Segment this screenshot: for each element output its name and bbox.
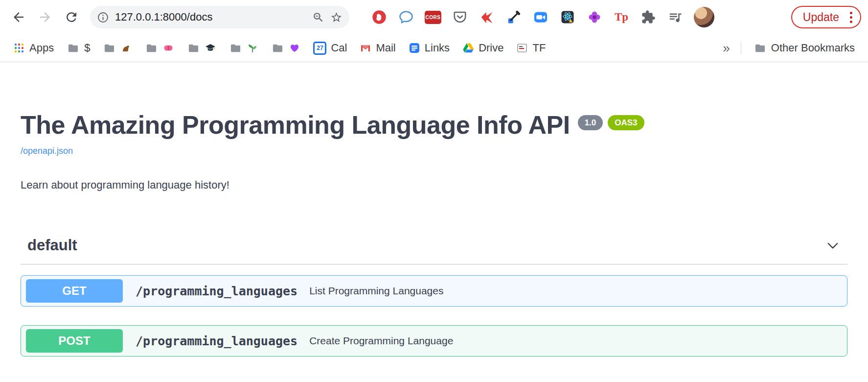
dollar-sign-label: $ bbox=[84, 42, 90, 54]
herb-emoji-icon bbox=[247, 42, 258, 54]
extensions-row: CORS Tp bbox=[371, 7, 714, 27]
bookmarks-overflow-chevron[interactable]: » bbox=[719, 41, 733, 56]
chevron-down-icon[interactable] bbox=[825, 238, 841, 253]
endpoint-post-programming-languages[interactable]: POST /programming_languages Create Progr… bbox=[21, 325, 847, 357]
bookmarks-bar: Apps $ 27 Cal Mail Links Drive bbox=[0, 34, 868, 62]
tag-header-default[interactable]: default bbox=[21, 237, 847, 264]
forward-button[interactable] bbox=[33, 5, 57, 29]
bookmark-label: TF bbox=[532, 42, 546, 54]
apps-grid-icon bbox=[13, 42, 25, 54]
bookmark-calendar[interactable]: 27 Cal bbox=[308, 39, 352, 57]
oas3-badge: OAS3 bbox=[608, 115, 644, 130]
tp-extension-icon[interactable]: Tp bbox=[613, 9, 630, 25]
method-badge: POST bbox=[26, 329, 123, 353]
cors-extension-icon[interactable]: CORS bbox=[425, 11, 441, 24]
bookmark-drive[interactable]: Drive bbox=[457, 39, 509, 57]
bookmarks-divider bbox=[741, 41, 741, 55]
other-bookmarks[interactable]: Other Bookmarks bbox=[748, 39, 860, 57]
other-bookmarks-label: Other Bookmarks bbox=[771, 42, 855, 54]
zoom-video-extension-icon[interactable] bbox=[532, 9, 549, 25]
gmail-icon bbox=[360, 42, 371, 54]
swagger-page: The Amazing Programming Language Info AP… bbox=[0, 111, 868, 357]
chat-bubble-extension-icon[interactable] bbox=[398, 9, 414, 25]
browser-toolbar: 127.0.0.1:8000/docs CORS Tp bbox=[0, 0, 868, 34]
bookmark-label: Cal bbox=[331, 42, 347, 54]
bookmark-mail[interactable]: Mail bbox=[354, 39, 401, 57]
folder-icon bbox=[229, 43, 242, 54]
bookmark-folder-horse[interactable] bbox=[97, 40, 137, 56]
reload-button[interactable] bbox=[60, 5, 83, 29]
pocket-extension-icon[interactable] bbox=[452, 9, 468, 25]
endpoint-get-programming-languages[interactable]: GET /programming_languages List Programm… bbox=[21, 275, 847, 307]
bookmark-folder-purple-heart[interactable] bbox=[266, 40, 306, 56]
red-arrows-extension-icon[interactable] bbox=[479, 9, 495, 25]
bookmark-label: Drive bbox=[479, 42, 503, 54]
address-bar[interactable]: 127.0.0.1:8000/docs bbox=[90, 6, 349, 28]
reload-icon bbox=[64, 10, 79, 24]
page-info-icon[interactable] bbox=[97, 11, 109, 24]
bookmark-folder-herb[interactable] bbox=[224, 40, 264, 56]
bookmark-label: Apps bbox=[29, 42, 54, 54]
chrome-update-button[interactable]: Update bbox=[791, 6, 861, 28]
bookmark-folder-brain[interactable] bbox=[139, 40, 180, 56]
links-icon bbox=[409, 42, 420, 54]
horse-emoji-icon bbox=[120, 42, 132, 54]
bookmark-label: Mail bbox=[376, 42, 395, 54]
tag-section-default: default GET /programming_languages List … bbox=[21, 237, 847, 357]
endpoint-path: /programming_languages bbox=[136, 284, 297, 298]
folder-icon bbox=[103, 43, 116, 54]
puzzle-extensions-icon[interactable] bbox=[640, 9, 657, 25]
bookmark-apps[interactable]: Apps bbox=[8, 39, 59, 57]
tf-doc-icon bbox=[516, 42, 528, 54]
folder-icon bbox=[145, 43, 158, 54]
bookmark-folder-graduation[interactable] bbox=[182, 40, 222, 56]
bookmark-links[interactable]: Links bbox=[403, 39, 455, 57]
stop-hand-extension-icon[interactable] bbox=[371, 9, 388, 25]
color-picker-extension-icon[interactable] bbox=[505, 9, 522, 25]
bookmark-label: Links bbox=[425, 42, 450, 54]
update-label: Update bbox=[803, 11, 839, 24]
method-badge: GET bbox=[26, 279, 123, 303]
folder-icon bbox=[271, 43, 284, 54]
react-devtools-extension-icon[interactable] bbox=[559, 9, 576, 25]
bookmark-folder-dollar[interactable]: $ bbox=[61, 39, 95, 57]
forward-arrow-icon bbox=[38, 10, 52, 24]
media-playlist-icon[interactable] bbox=[667, 9, 684, 25]
endpoint-path: /programming_languages bbox=[136, 334, 297, 348]
openapi-json-link[interactable]: /openapi.json bbox=[21, 146, 73, 156]
url-text[interactable]: 127.0.0.1:8000/docs bbox=[115, 11, 306, 24]
page-title: The Amazing Programming Language Info AP… bbox=[21, 111, 570, 139]
purple-flower-extension-icon[interactable] bbox=[586, 9, 603, 25]
folder-icon bbox=[67, 43, 80, 54]
profile-avatar[interactable] bbox=[694, 7, 714, 27]
endpoint-summary: Create Programming Language bbox=[309, 335, 453, 347]
version-badge: 1.0 bbox=[578, 115, 603, 130]
folder-icon bbox=[754, 43, 767, 54]
bookmark-tf[interactable]: TF bbox=[511, 39, 551, 57]
brain-emoji-icon bbox=[162, 42, 174, 54]
api-description: Learn about programming language history… bbox=[21, 179, 847, 191]
zoom-out-icon[interactable] bbox=[312, 11, 324, 24]
google-drive-icon bbox=[462, 42, 474, 54]
back-arrow-icon bbox=[11, 10, 26, 24]
back-button[interactable] bbox=[7, 5, 30, 29]
calendar-icon: 27 bbox=[313, 42, 326, 55]
purple-heart-emoji-icon bbox=[289, 42, 300, 54]
folder-icon bbox=[187, 43, 200, 54]
graduation-cap-emoji-icon bbox=[205, 42, 216, 54]
bookmark-star-icon[interactable] bbox=[330, 11, 343, 24]
endpoint-summary: List Programming Languages bbox=[309, 285, 443, 297]
browser-menu-icon[interactable] bbox=[845, 12, 857, 23]
api-info: The Amazing Programming Language Info AP… bbox=[21, 111, 847, 191]
tag-title: default bbox=[27, 237, 77, 254]
